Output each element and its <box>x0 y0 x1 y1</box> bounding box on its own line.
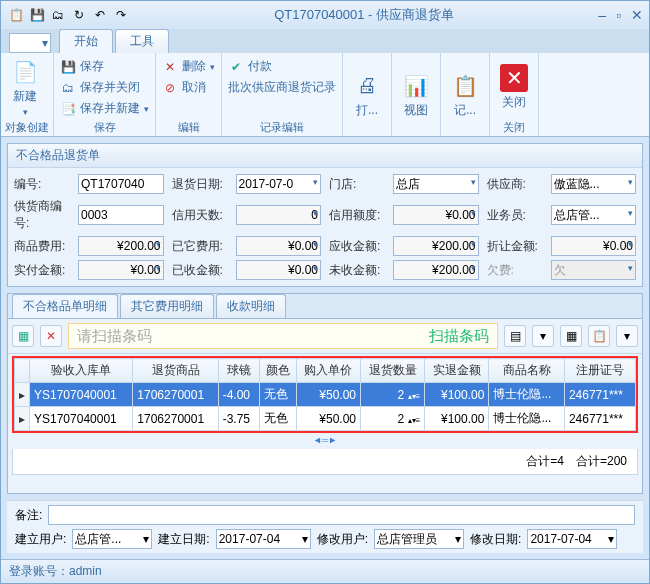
batch-button[interactable]: 批次供应商退货记录 <box>226 78 338 97</box>
supplier-no-input[interactable] <box>78 205 164 225</box>
app-window: 📋 💾 🗂 ↻ ↶ ↷ QT1707040001 - 供应商退货单 – ▫ ✕ … <box>0 0 650 584</box>
grid-summary: 合计=4合计=200 <box>12 449 638 475</box>
tab-receipt[interactable]: 收款明细 <box>216 294 286 318</box>
redo-icon[interactable]: ↷ <box>112 6 130 24</box>
del-row-button[interactable]: ✕ <box>40 325 62 347</box>
grid-scroll-handle[interactable]: ◄═► <box>8 435 642 449</box>
store-select[interactable] <box>393 174 479 194</box>
table-row[interactable]: ▸YS17070400011706270001-4.00无色¥50.002 ▴▾… <box>15 383 636 407</box>
save2-icon[interactable]: 🗂 <box>49 6 67 24</box>
remark-input[interactable] <box>48 505 635 525</box>
tab-other-fee[interactable]: 其它费用明细 <box>120 294 214 318</box>
new-button[interactable]: 📄新建▾ <box>5 55 45 120</box>
log-button[interactable]: 📋记... <box>445 55 485 135</box>
disc-amt-input[interactable] <box>551 236 637 256</box>
recvd-amt-input[interactable] <box>236 260 322 280</box>
col-header[interactable]: 颜色 <box>259 359 296 383</box>
ribbon: 📄新建▾ 对象创建 💾保存 🗂保存并关闭 📑保存并新建▾ 保存 ✕删除▾ ⊘取消… <box>1 53 649 137</box>
pay-amt-input[interactable] <box>78 260 164 280</box>
col-header[interactable]: 实退金额 <box>425 359 489 383</box>
view-button[interactable]: 📊视图 <box>396 55 436 135</box>
save-close-button[interactable]: 🗂保存并关闭 <box>58 78 151 97</box>
detail-grid[interactable]: 验收入库单退货商品球镜颜色购入单价退货数量实退金额商品名称注册证号 ▸YS170… <box>14 358 636 431</box>
supplier-select[interactable] <box>551 174 637 194</box>
col-header[interactable]: 商品名称 <box>489 359 564 383</box>
window-title: QT1707040001 - 供应商退货单 <box>130 6 598 24</box>
table-row[interactable]: ▸YS17070400011706270001-3.75无色¥50.002 ▴▾… <box>15 407 636 431</box>
col-header[interactable]: 退货商品 <box>133 359 218 383</box>
print-button[interactable]: 🖨打... <box>347 55 387 135</box>
col-header[interactable]: 验收入库单 <box>30 359 133 383</box>
credit-days-input[interactable] <box>236 205 322 225</box>
close-button[interactable]: ✕关闭 <box>494 55 534 120</box>
qat-icon[interactable]: 📋 <box>7 6 25 24</box>
modify-date[interactable] <box>527 529 617 549</box>
tab-start[interactable]: 开始 <box>59 29 113 53</box>
owe-check[interactable] <box>551 260 637 280</box>
clerk-select[interactable] <box>551 205 637 225</box>
tool-3[interactable]: ▦ <box>560 325 582 347</box>
col-header[interactable]: 购入单价 <box>296 359 360 383</box>
doc-no-input[interactable] <box>78 174 164 194</box>
other-fee-input[interactable] <box>236 236 322 256</box>
col-header[interactable]: 注册证号 <box>564 359 635 383</box>
credit-amt-input[interactable] <box>393 205 479 225</box>
modify-user[interactable] <box>374 529 464 549</box>
minimize-icon[interactable]: – <box>598 7 606 23</box>
barcode-input[interactable]: 请扫描条码扫描条码 <box>68 323 498 349</box>
create-date[interactable] <box>216 529 311 549</box>
save-button[interactable]: 💾保存 <box>58 57 151 76</box>
create-user[interactable] <box>72 529 152 549</box>
unrecv-input[interactable] <box>393 260 479 280</box>
col-header[interactable]: 球镜 <box>218 359 259 383</box>
col-header[interactable]: 退货数量 <box>361 359 425 383</box>
title-bar: 📋 💾 🗂 ↻ ↶ ↷ QT1707040001 - 供应商退货单 – ▫ ✕ <box>1 1 649 29</box>
cancel-button[interactable]: ⊘取消 <box>160 78 217 97</box>
refresh-icon[interactable]: ↻ <box>70 6 88 24</box>
save-new-button[interactable]: 📑保存并新建▾ <box>58 99 151 118</box>
delete-button[interactable]: ✕删除▾ <box>160 57 217 76</box>
return-date-input[interactable] <box>236 174 322 194</box>
recv-amt-input[interactable] <box>393 236 479 256</box>
tab-tools[interactable]: 工具 <box>115 29 169 53</box>
close-icon[interactable]: ✕ <box>631 7 643 23</box>
menu-bar: ▾ 开始 工具 <box>1 29 649 53</box>
panel-title: 不合格品退货单 <box>8 144 642 168</box>
status-bar: 登录账号：admin <box>1 559 649 583</box>
goods-fee-input[interactable] <box>78 236 164 256</box>
maximize-icon[interactable]: ▫ <box>616 7 621 23</box>
undo-icon[interactable]: ↶ <box>91 6 109 24</box>
pay-button[interactable]: ✔付款 <box>226 57 338 76</box>
tab-detail[interactable]: 不合格品单明细 <box>12 294 118 318</box>
tool-4[interactable]: 📋 <box>588 325 610 347</box>
tool-1[interactable]: ▤ <box>504 325 526 347</box>
tool-2[interactable]: ▾ <box>532 325 554 347</box>
add-row-button[interactable]: ▦ <box>12 325 34 347</box>
tool-5[interactable]: ▾ <box>616 325 638 347</box>
footer-panel: 备注: 建立用户:▾ 建立日期:▾ 修改用户:▾ 修改日期:▾ <box>7 500 643 553</box>
form-panel: 不合格品退货单 编号: 退货日期:▾ 门店:▾ 供应商:▾ 供货商编号: 信用天… <box>7 143 643 287</box>
detail-panel: 不合格品单明细 其它费用明细 收款明细 ▦ ✕ 请扫描条码扫描条码 ▤ ▾ ▦ … <box>7 293 643 494</box>
save-icon[interactable]: 💾 <box>28 6 46 24</box>
view-dropdown[interactable]: ▾ <box>9 33 51 53</box>
